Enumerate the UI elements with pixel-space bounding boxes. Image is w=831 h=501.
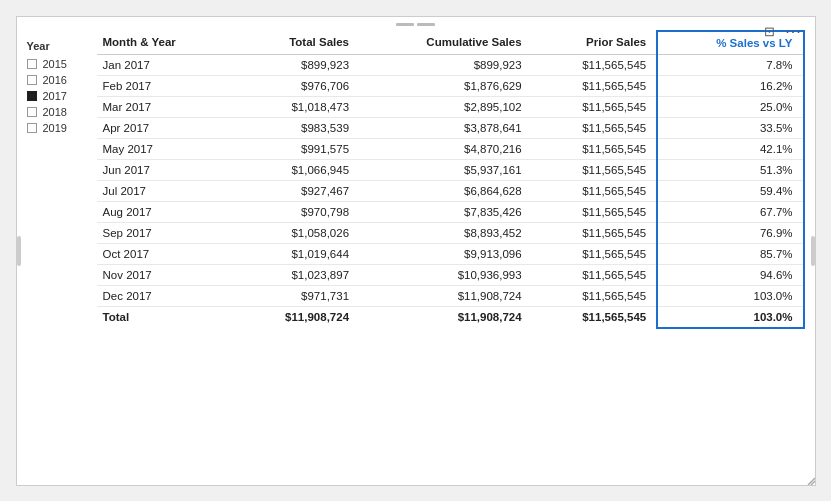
legend-checkbox-2017 [27, 91, 37, 101]
total-cell-c0: Total [97, 306, 236, 328]
cell-r5-c4: 51.3% [657, 159, 803, 180]
table-header-row: Month & YearTotal SalesCumulative SalesP… [97, 31, 804, 55]
cell-r10-c3: $11,565,545 [532, 264, 658, 285]
cell-r11-c1: $971,731 [235, 285, 359, 306]
cell-r4-c2: $4,870,216 [359, 138, 532, 159]
drag-handle[interactable] [396, 23, 435, 26]
legend-container: 20152016201720182019 [27, 58, 87, 134]
table-row: Apr 2017$983,539$3,878,641$11,565,54533.… [97, 117, 804, 138]
legend-label-2019: 2019 [43, 122, 67, 134]
cell-r7-c3: $11,565,545 [532, 201, 658, 222]
cell-r8-c0: Sep 2017 [97, 222, 236, 243]
table-row: Aug 2017$970,798$7,835,426$11,565,54567.… [97, 201, 804, 222]
col-header-3: Prior Sales [532, 31, 658, 55]
cell-r1-c1: $976,706 [235, 75, 359, 96]
cell-r7-c2: $7,835,426 [359, 201, 532, 222]
cell-r1-c3: $11,565,545 [532, 75, 658, 96]
more-icon[interactable]: ··· [785, 23, 803, 41]
table-body: Jan 2017$899,923$899,923$11,565,5457.8%F… [97, 54, 804, 328]
cell-r8-c2: $8,893,452 [359, 222, 532, 243]
left-resize-handle[interactable] [17, 236, 21, 266]
table-row: Jun 2017$1,066,945$5,937,161$11,565,5455… [97, 159, 804, 180]
cell-r11-c3: $11,565,545 [532, 285, 658, 306]
legend-checkbox-2018 [27, 107, 37, 117]
legend-checkbox-2019 [27, 123, 37, 133]
cell-r4-c0: May 2017 [97, 138, 236, 159]
cell-r1-c4: 16.2% [657, 75, 803, 96]
cell-r0-c4: 7.8% [657, 54, 803, 75]
cell-r0-c2: $899,923 [359, 54, 532, 75]
cell-r1-c0: Feb 2017 [97, 75, 236, 96]
cell-r4-c1: $991,575 [235, 138, 359, 159]
legend-item-2017[interactable]: 2017 [27, 90, 87, 102]
cell-r1-c2: $1,876,629 [359, 75, 532, 96]
cell-r7-c1: $970,798 [235, 201, 359, 222]
cell-r10-c1: $1,023,897 [235, 264, 359, 285]
total-cell-c4: 103.0% [657, 306, 803, 328]
legend-item-2019[interactable]: 2019 [27, 122, 87, 134]
cell-r10-c4: 94.6% [657, 264, 803, 285]
data-table: Month & YearTotal SalesCumulative SalesP… [97, 30, 805, 329]
col-header-0: Month & Year [97, 31, 236, 55]
sidebar-title: Year [27, 40, 87, 52]
cell-r11-c0: Dec 2017 [97, 285, 236, 306]
legend-label-2015: 2015 [43, 58, 67, 70]
cell-r2-c3: $11,565,545 [532, 96, 658, 117]
table-area[interactable]: Month & YearTotal SalesCumulative SalesP… [97, 30, 815, 485]
main-area: Year 20152016201720182019 Month & YearTo… [17, 30, 815, 485]
legend-item-2018[interactable]: 2018 [27, 106, 87, 118]
table-row: Mar 2017$1,018,473$2,895,102$11,565,5452… [97, 96, 804, 117]
cell-r6-c4: 59.4% [657, 180, 803, 201]
cell-r8-c3: $11,565,545 [532, 222, 658, 243]
table-row: Oct 2017$1,019,644$9,913,096$11,565,5458… [97, 243, 804, 264]
cell-r5-c2: $5,937,161 [359, 159, 532, 180]
cell-r9-c3: $11,565,545 [532, 243, 658, 264]
cell-r5-c3: $11,565,545 [532, 159, 658, 180]
cell-r9-c0: Oct 2017 [97, 243, 236, 264]
cell-r7-c0: Aug 2017 [97, 201, 236, 222]
cell-r11-c2: $11,908,724 [359, 285, 532, 306]
bottom-resize-handle[interactable] [801, 471, 815, 485]
cell-r3-c4: 33.5% [657, 117, 803, 138]
table-row: Sep 2017$1,058,026$8,893,452$11,565,5457… [97, 222, 804, 243]
cell-r2-c4: 25.0% [657, 96, 803, 117]
cell-r0-c3: $11,565,545 [532, 54, 658, 75]
total-cell-c2: $11,908,724 [359, 306, 532, 328]
cell-r9-c4: 85.7% [657, 243, 803, 264]
table-row: Nov 2017$1,023,897$10,936,993$11,565,545… [97, 264, 804, 285]
top-bar: ⊡ ··· [17, 17, 815, 30]
legend-item-2016[interactable]: 2016 [27, 74, 87, 86]
cell-r8-c4: 76.9% [657, 222, 803, 243]
total-cell-c1: $11,908,724 [235, 306, 359, 328]
legend-checkbox-2016 [27, 75, 37, 85]
cell-r6-c0: Jul 2017 [97, 180, 236, 201]
legend-item-2015[interactable]: 2015 [27, 58, 87, 70]
cell-r4-c3: $11,565,545 [532, 138, 658, 159]
col-header-2: Cumulative Sales [359, 31, 532, 55]
top-bar-actions: ⊡ ··· [761, 23, 803, 41]
cell-r3-c2: $3,878,641 [359, 117, 532, 138]
cell-r4-c4: 42.1% [657, 138, 803, 159]
cell-r10-c2: $10,936,993 [359, 264, 532, 285]
cell-r11-c4: 103.0% [657, 285, 803, 306]
legend-label-2016: 2016 [43, 74, 67, 86]
table-row: May 2017$991,575$4,870,216$11,565,54542.… [97, 138, 804, 159]
legend-checkbox-2015 [27, 59, 37, 69]
expand-icon[interactable]: ⊡ [761, 23, 779, 41]
cell-r3-c0: Apr 2017 [97, 117, 236, 138]
table-row: Feb 2017$976,706$1,876,629$11,565,54516.… [97, 75, 804, 96]
right-resize-handle[interactable] [811, 236, 815, 266]
cell-r7-c4: 67.7% [657, 201, 803, 222]
main-panel: ⊡ ··· Year 20152016201720182019 Month & … [16, 16, 816, 486]
total-cell-c3: $11,565,545 [532, 306, 658, 328]
table-row: Jul 2017$927,467$6,864,628$11,565,54559.… [97, 180, 804, 201]
total-row: Total$11,908,724$11,908,724$11,565,54510… [97, 306, 804, 328]
cell-r3-c1: $983,539 [235, 117, 359, 138]
cell-r2-c1: $1,018,473 [235, 96, 359, 117]
cell-r6-c1: $927,467 [235, 180, 359, 201]
legend-label-2017: 2017 [43, 90, 67, 102]
cell-r5-c1: $1,066,945 [235, 159, 359, 180]
cell-r0-c1: $899,923 [235, 54, 359, 75]
cell-r5-c0: Jun 2017 [97, 159, 236, 180]
cell-r3-c3: $11,565,545 [532, 117, 658, 138]
